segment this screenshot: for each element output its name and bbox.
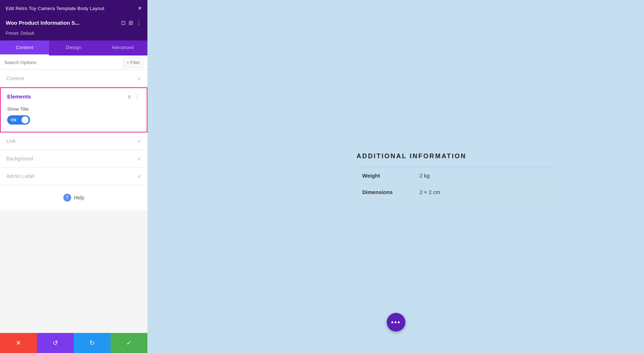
elements-section: Elements ∧ ⋮ Show Title ON — [0, 87, 147, 132]
link-section-row[interactable]: Link ∨ — [0, 132, 147, 150]
content-section-label: Content — [6, 76, 24, 81]
table-row: Dimensions 2 × 2 cm — [357, 184, 553, 200]
show-title-label: Show Title — [7, 106, 140, 112]
product-info-table: ADDITIONAL INFORMATION Weight 2 kg Dimen… — [357, 153, 553, 200]
search-bar: + Filter — [0, 55, 147, 70]
admin-label-section-label: Admin Label — [6, 173, 34, 179]
admin-label-chevron-icon: ∨ — [137, 173, 141, 179]
background-section-label: Background — [6, 156, 33, 161]
show-title-toggle[interactable]: ON — [7, 115, 30, 125]
table-row: Weight 2 kg — [357, 168, 553, 184]
panel-header: Edit Retro Toy Camera Template Body Layo… — [0, 0, 147, 16]
content-chevron-icon: ∨ — [137, 76, 141, 81]
left-panel: Edit Retro Toy Camera Template Body Layo… — [0, 0, 148, 353]
preset-label: Preset: Default — [6, 31, 34, 36]
help-icon: ? — [63, 194, 71, 202]
panel-title: Edit Retro Toy Camera Template Body Layo… — [6, 6, 104, 11]
close-button[interactable]: × — [138, 5, 142, 11]
toggle-knob — [21, 116, 29, 124]
table-cell-label: Weight — [357, 168, 414, 184]
toggle-on-text: ON — [8, 118, 16, 122]
tab-content[interactable]: Content — [0, 40, 49, 55]
tab-advanced[interactable]: Advanced — [98, 40, 147, 55]
filter-button[interactable]: + Filter — [123, 58, 143, 68]
redo-button[interactable]: ↻ — [74, 333, 111, 353]
undo-button[interactable]: ↺ — [37, 333, 74, 353]
layout-icon[interactable]: ⊞ — [128, 19, 133, 26]
product-table: Weight 2 kg Dimensions 2 × 2 cm — [357, 167, 553, 200]
content-section-row[interactable]: Content ∨ — [0, 70, 147, 87]
collapse-icon[interactable]: ∧ — [127, 93, 132, 100]
more-icon[interactable]: ⋮ — [136, 19, 142, 26]
module-icons: ⊡ ⊞ ⋮ — [121, 19, 142, 26]
table-cell-label: Dimensions — [357, 184, 414, 200]
product-table-title: ADDITIONAL INFORMATION — [357, 153, 553, 160]
admin-label-section-row[interactable]: Admin Label ∨ — [0, 168, 147, 185]
link-chevron-icon: ∨ — [137, 138, 141, 144]
elements-title: Elements — [7, 93, 31, 100]
preset-bar: Preset: Default — [0, 30, 147, 40]
save-icon: ✓ — [126, 339, 132, 347]
right-canvas: ADDITIONAL INFORMATION Weight 2 kg Dimen… — [148, 0, 644, 353]
cancel-icon: ✕ — [16, 339, 21, 347]
bottom-bar: ✕ ↺ ↻ ✓ — [0, 333, 147, 353]
panel-subheader: Woo Product Information S... ⊡ ⊞ ⋮ — [0, 16, 147, 30]
fab-button[interactable]: ••• — [387, 313, 405, 332]
fab-dots-icon: ••• — [391, 318, 401, 327]
link-section-label: Link — [6, 138, 16, 144]
tab-design[interactable]: Design — [49, 40, 98, 55]
cancel-button[interactable]: ✕ — [0, 333, 37, 353]
elements-section-header: Elements ∧ ⋮ — [1, 88, 147, 103]
search-input[interactable] — [4, 55, 123, 69]
undo-icon: ↺ — [53, 339, 58, 347]
help-area: ? Help — [0, 185, 147, 210]
table-cell-value: 2 kg — [414, 168, 553, 184]
background-chevron-icon: ∨ — [137, 156, 141, 161]
save-button[interactable]: ✓ — [111, 333, 147, 353]
panel-content: Content ∨ Elements ∧ ⋮ Show Title ON — [0, 70, 147, 353]
toggle-wrap: ON — [7, 115, 140, 125]
background-section-row[interactable]: Background ∨ — [0, 150, 147, 168]
redo-icon: ↻ — [89, 339, 95, 347]
module-name: Woo Product Information S... — [6, 20, 117, 26]
elements-body: Show Title ON — [1, 103, 147, 132]
resize-icon[interactable]: ⊡ — [121, 19, 126, 26]
help-label[interactable]: Help — [74, 195, 84, 200]
more-options-icon[interactable]: ⋮ — [135, 93, 140, 100]
panel-tabs: Content Design Advanced — [0, 40, 147, 55]
elements-icons: ∧ ⋮ — [127, 93, 140, 100]
table-cell-value: 2 × 2 cm — [414, 184, 553, 200]
